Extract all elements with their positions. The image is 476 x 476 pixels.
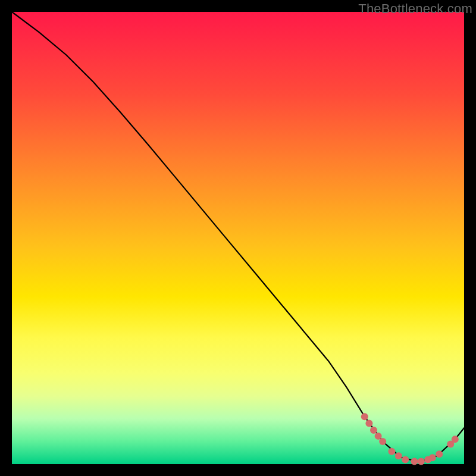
highlight-dot <box>379 438 386 445</box>
chart-svg <box>12 12 464 464</box>
highlight-dot <box>370 427 377 434</box>
highlight-dot <box>365 420 372 427</box>
highlight-dot <box>411 458 418 465</box>
highlight-dot <box>429 454 436 461</box>
highlight-dot <box>388 448 395 455</box>
highlight-dot <box>361 413 368 420</box>
highlight-dot <box>452 436 459 443</box>
highlight-dot <box>395 452 402 459</box>
chart-stage: TheBottleneck.com <box>0 0 476 476</box>
watermark-text: TheBottleneck.com <box>358 1 472 17</box>
highlight-dots <box>361 413 459 465</box>
plot-area <box>12 12 464 464</box>
bottleneck-curve-path <box>12 12 464 462</box>
highlight-dot <box>436 450 443 458</box>
highlight-dot <box>402 456 409 463</box>
highlight-dot <box>418 458 425 465</box>
